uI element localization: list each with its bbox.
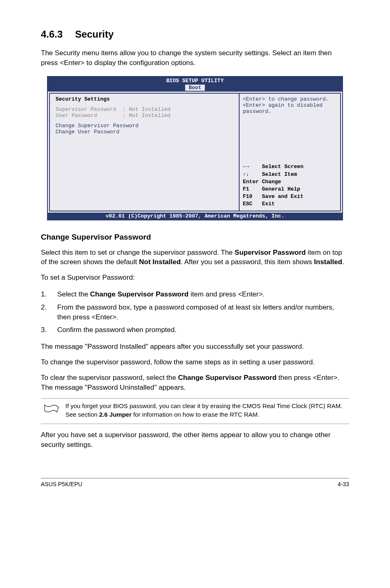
- bios-help-line2: <Enter> again to disabled password.: [243, 102, 323, 114]
- bios-help-line1: <Enter> to change password.: [243, 96, 329, 102]
- bios-tab-boot: Boot: [185, 85, 204, 91]
- page-footer: ASUS P5K/EPU 4-33: [41, 478, 349, 487]
- bold-text: Not Installed: [139, 258, 181, 266]
- text: .: [342, 258, 344, 266]
- bios-body: Security Settings Supervisor Password : …: [48, 92, 342, 213]
- text: To clear the supervisor password, select…: [41, 374, 178, 382]
- list-number: 3.: [41, 325, 57, 335]
- subsection-heading: Change Supervisor Password: [41, 233, 349, 242]
- paragraph-4: To change the supervisor password, follo…: [41, 357, 349, 367]
- paragraph-6: After you have set a supervisor password…: [41, 430, 349, 450]
- bios-change-supervisor: Change Supervisor Password: [56, 123, 233, 129]
- bios-header-title: BIOS SETUP UTILITY: [48, 78, 342, 84]
- bold-text: Supervisor Password: [235, 249, 306, 256]
- bios-user-status: User Password : Not Installed: [56, 112, 233, 119]
- paragraph-3: The message "Password Installed" appears…: [41, 342, 349, 352]
- bold-text: 2.6 Jumper: [99, 411, 132, 418]
- text: for information on how to erase the RTC …: [132, 411, 259, 418]
- section-heading: 4.6.3Security: [41, 29, 349, 40]
- text: Select the: [57, 290, 90, 298]
- list-text: Select the Change Supervisor Password it…: [57, 290, 264, 299]
- list-item: 2. From the password box, type a passwor…: [41, 303, 349, 322]
- intro-paragraph: The Security menu items allow you to cha…: [41, 48, 349, 68]
- text: . After you set a password, this item sh…: [181, 258, 314, 266]
- list-text: Confirm the password when prompted.: [57, 325, 177, 335]
- list-number: 2.: [41, 303, 57, 322]
- list-text: From the password box, type a password c…: [57, 303, 349, 322]
- note-box: If you forget your BIOS password, you ca…: [41, 398, 349, 424]
- bios-left-panel: Security Settings Supervisor Password : …: [49, 93, 239, 211]
- bios-section-title: Security Settings: [56, 96, 233, 102]
- bios-help-text: <Enter> to change password. <Enter> agai…: [243, 96, 337, 114]
- bios-change-user: Change User Password: [56, 129, 233, 135]
- bold-text: Installed: [314, 258, 342, 266]
- list-number: 1.: [41, 290, 57, 299]
- note-text: If you forget your BIOS password, you ca…: [65, 402, 349, 419]
- paragraph-1: Select this item to set or change the su…: [41, 248, 349, 267]
- section-number: 4.6.3: [41, 29, 63, 40]
- paragraph-5: To clear the supervisor password, select…: [41, 373, 349, 393]
- bold-text: Change Supervisor Password: [178, 374, 276, 382]
- note-icon: [41, 402, 65, 417]
- bios-supervisor-status: Supervisor Password : Not Installed: [56, 106, 233, 112]
- text: item and press <Enter>.: [188, 290, 264, 298]
- paragraph-2: To set a Supervisor Password:: [41, 273, 349, 283]
- section-title: Security: [75, 29, 114, 40]
- text: Select this item to set or change the su…: [41, 249, 235, 256]
- bios-right-panel: <Enter> to change password. <Enter> agai…: [239, 93, 341, 211]
- bold-text: Change Supervisor Password: [90, 290, 188, 298]
- bios-screenshot: BIOS SETUP UTILITY Boot Security Setting…: [47, 76, 343, 220]
- bios-header: BIOS SETUP UTILITY Boot: [48, 77, 342, 92]
- list-item: 1. Select the Change Supervisor Password…: [41, 290, 349, 299]
- footer-right: 4-33: [338, 481, 349, 487]
- footer-left: ASUS P5K/EPU: [41, 481, 82, 487]
- numbered-list: 1. Select the Change Supervisor Password…: [41, 290, 349, 335]
- bios-footer: v02.61 (C)Copyright 1985-2007, American …: [48, 213, 342, 220]
- list-item: 3. Confirm the password when prompted.: [41, 325, 349, 335]
- bios-nav-keys: ←→ Select Screen ↑↓ Select Item Enter Ch…: [243, 163, 337, 208]
